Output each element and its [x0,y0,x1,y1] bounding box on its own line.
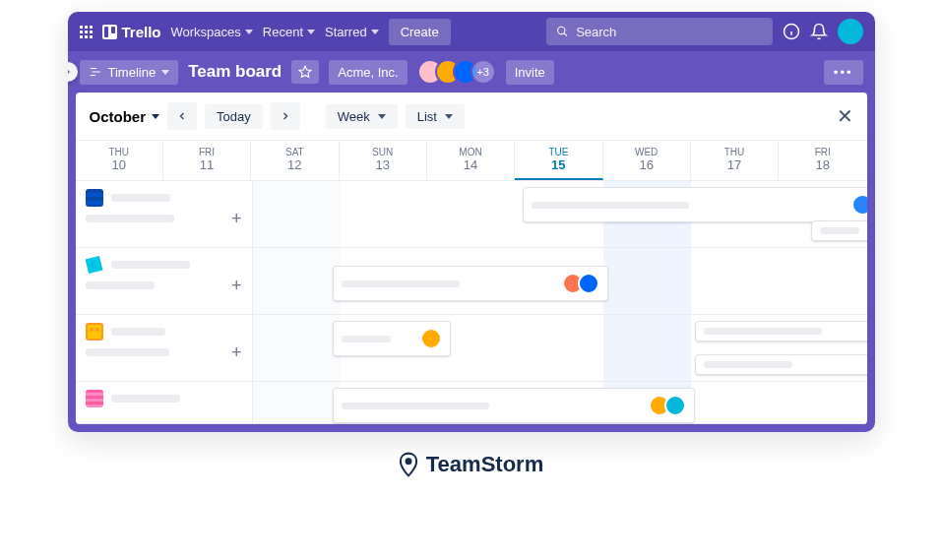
nav-workspaces[interactable]: Workspaces [171,25,253,39]
close-icon[interactable]: ✕ [837,104,853,128]
day-header: SAT12 [251,141,339,180]
range-selector[interactable]: Week [326,104,398,129]
board-members[interactable]: +3 [417,59,496,85]
day-header: THU17 [691,141,779,180]
month-selector[interactable]: October [90,108,160,125]
list-row [76,382,867,424]
sidebar-expand-button[interactable] [68,62,78,82]
list-icon [86,256,103,274]
footer-brand-text: TeamStorm [426,452,543,477]
day-header: WED16 [603,141,691,180]
chevron-down-icon [245,30,253,34]
day-header: MON14 [427,141,515,180]
timeline-card[interactable] [333,321,451,356]
search-field[interactable] [576,25,762,39]
trello-logo[interactable]: Trello [102,24,161,40]
group-selector[interactable]: List [406,104,465,129]
global-topbar: Trello Workspaces Recent Starred Create [68,12,875,51]
timeline-toolbar: October Today Week List ✕ [76,93,867,140]
svg-marker-8 [299,66,311,77]
next-button[interactable] [271,102,300,130]
today-button[interactable]: Today [205,104,263,129]
chevron-down-icon [378,114,386,119]
list-icon [86,189,103,207]
bell-icon[interactable] [810,23,828,40]
list-icon [86,323,103,341]
search-icon [556,25,569,38]
invite-button[interactable]: Invite [506,60,554,85]
footer-brand: TeamStorm [0,452,942,477]
pin-icon [399,452,418,477]
brand-name: Trello [122,24,161,40]
app-switcher-icon[interactable] [80,26,93,38]
workspace-button[interactable]: Acme, Inc. [329,60,407,85]
add-card-button[interactable]: + [231,276,242,296]
day-header: SUN13 [340,141,427,180]
chevron-down-icon [152,114,159,119]
day-header: THU10 [76,141,163,180]
chevron-down-icon [161,70,169,75]
board-menu-button[interactable]: ••• [824,60,863,85]
svg-point-0 [557,27,564,33]
svg-line-1 [563,33,566,36]
info-icon[interactable] [783,23,800,40]
search-input[interactable] [546,18,773,45]
board-bar: Timeline Team board Acme, Inc. +3 Invite… [68,51,875,93]
timeline-card[interactable] [695,354,867,375]
calendar-header: THU10FRI11SAT12SUN13MON14TUE15WED16THU17… [76,140,867,181]
star-button[interactable] [291,60,319,84]
add-card-button[interactable]: + [231,342,242,363]
timeline-card[interactable] [811,220,866,241]
board-title[interactable]: Team board [188,62,282,82]
view-switcher[interactable]: Timeline [80,60,179,85]
timeline-view: October Today Week List ✕ THU10FRI11SAT1… [68,93,875,432]
prev-button[interactable] [167,102,197,130]
add-card-button[interactable]: + [231,209,242,229]
nav-recent[interactable]: Recent [263,25,315,39]
chevron-down-icon [371,30,379,34]
timeline-card[interactable] [695,321,867,342]
list-icon [86,390,103,407]
create-button[interactable]: Create [389,19,451,45]
nav-starred[interactable]: Starred [325,25,379,39]
list-row: + [76,181,867,248]
timeline-card[interactable] [523,187,866,222]
day-header: FRI18 [779,141,866,180]
svg-point-9 [406,459,410,464]
user-avatar[interactable] [838,19,863,44]
timeline-icon [89,65,102,79]
day-header: FRI11 [163,141,251,180]
more-members-count[interactable]: +3 [471,59,496,85]
day-header: TUE15 [515,141,602,180]
list-row: + [76,315,867,382]
timeline-card[interactable] [333,388,695,423]
star-icon [298,65,312,79]
list-row: + [76,248,867,315]
chevron-down-icon [307,30,315,34]
chevron-down-icon [445,114,453,119]
timeline-card[interactable] [333,266,609,301]
